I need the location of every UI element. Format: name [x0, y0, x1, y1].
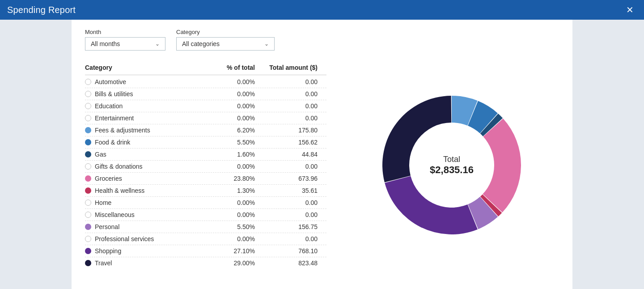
amt-cell: 0.00	[255, 90, 318, 98]
table-row: Personal5.50%156.75	[85, 221, 326, 233]
spending-report-window: Spending Report ✕ Month All months ⌄ Cat…	[0, 0, 644, 289]
category-cell: Health & wellness	[85, 187, 201, 194]
pct-cell: 1.30%	[201, 187, 255, 194]
category-dot	[85, 224, 91, 230]
table-header: Category % of total Total amount ($)	[85, 61, 326, 75]
pct-cell: 29.00%	[201, 259, 255, 267]
pct-cell: 0.00%	[201, 78, 255, 85]
amt-cell: 768.10	[255, 247, 318, 255]
donut-segment	[483, 119, 521, 212]
category-cell: Groceries	[85, 175, 201, 182]
category-name: Food & drink	[95, 139, 130, 146]
right-sidebar	[572, 20, 644, 289]
category-name: Gas	[95, 151, 106, 158]
category-dot-empty	[85, 115, 91, 121]
table-row: Bills & utilities0.00%0.00	[85, 88, 326, 100]
table-row: Automotive0.00%0.00	[85, 76, 326, 88]
category-dot-empty	[85, 236, 91, 242]
category-dot-empty	[85, 163, 91, 170]
month-dropdown[interactable]: All months ⌄	[85, 37, 165, 51]
category-dot	[85, 175, 91, 182]
table-row: Entertainment0.00%0.00	[85, 112, 326, 124]
amt-cell: 823.48	[255, 259, 318, 267]
category-name: Automotive	[95, 78, 126, 85]
category-name: Professional services	[95, 235, 154, 242]
month-value: All months	[91, 40, 120, 47]
pct-cell: 0.00%	[201, 115, 255, 122]
pct-cell: 0.00%	[201, 199, 255, 206]
content-area: Month All months ⌄ Category All categori…	[0, 20, 644, 289]
table-row: Travel29.00%823.48	[85, 257, 326, 269]
category-dropdown[interactable]: All categories ⌄	[176, 37, 275, 51]
category-chevron-icon: ⌄	[264, 41, 269, 47]
donut-label: Total	[430, 155, 474, 164]
col-amt: Total amount ($)	[255, 64, 318, 71]
table-row: Groceries23.80%673.96	[85, 173, 326, 185]
category-filter-group: Category All categories ⌄	[176, 29, 275, 51]
category-cell: Gifts & donations	[85, 163, 201, 170]
amt-cell: 44.84	[255, 151, 318, 158]
close-button[interactable]: ✕	[623, 3, 637, 17]
category-cell: Gas	[85, 151, 201, 158]
table-row: Food & drink5.50%156.62	[85, 136, 326, 149]
table-row: Gas1.60%44.84	[85, 149, 326, 161]
amt-cell: 156.75	[255, 223, 318, 230]
category-cell: Miscellaneous	[85, 211, 201, 218]
category-dot-empty	[85, 79, 91, 85]
category-cell: Entertainment	[85, 115, 201, 122]
month-filter-group: Month All months ⌄	[85, 29, 165, 51]
category-cell: Automotive	[85, 78, 201, 85]
donut-chart: Total $2,835.16	[376, 89, 528, 241]
category-name: Gifts & donations	[95, 163, 143, 170]
main-content: Month All months ⌄ Category All categori…	[72, 20, 572, 289]
category-name: Personal	[95, 223, 119, 230]
category-cell: Professional services	[85, 235, 201, 242]
donut-segment	[385, 176, 478, 234]
amt-cell: 673.96	[255, 175, 318, 182]
category-dot	[85, 151, 91, 157]
donut-center: Total $2,835.16	[430, 155, 474, 176]
month-filter-label: Month	[85, 29, 165, 35]
category-name: Miscellaneous	[95, 211, 135, 218]
amt-cell: 0.00	[255, 163, 318, 170]
category-name: Travel	[95, 259, 112, 267]
pct-cell: 0.00%	[201, 235, 255, 242]
pct-cell: 0.00%	[201, 211, 255, 218]
amt-cell: 0.00	[255, 102, 318, 110]
col-pct: % of total	[201, 64, 255, 71]
category-dot-empty	[85, 212, 91, 218]
table-row: Shopping27.10%768.10	[85, 245, 326, 257]
amt-cell: 35.61	[255, 187, 318, 194]
pct-cell: 23.80%	[201, 175, 255, 182]
amt-cell: 0.00	[255, 115, 318, 122]
pct-cell: 5.50%	[201, 223, 255, 230]
pct-cell: 0.00%	[201, 163, 255, 170]
category-dot	[85, 139, 91, 145]
pct-cell: 0.00%	[201, 90, 255, 98]
pct-cell: 1.60%	[201, 151, 255, 158]
pct-cell: 5.50%	[201, 139, 255, 146]
table-row: Education0.00%0.00	[85, 100, 326, 112]
chart-section: Total $2,835.16	[344, 61, 559, 269]
table-row: Gifts & donations0.00%0.00	[85, 161, 326, 173]
category-cell: Home	[85, 199, 201, 206]
report-body: Category % of total Total amount ($) Aut…	[85, 61, 559, 269]
table-row: Miscellaneous0.00%0.00	[85, 209, 326, 221]
category-cell: Food & drink	[85, 139, 201, 146]
category-cell: Personal	[85, 223, 201, 230]
filters-row: Month All months ⌄ Category All categori…	[85, 29, 559, 51]
category-dot-empty	[85, 200, 91, 206]
left-sidebar	[0, 20, 72, 289]
window-title: Spending Report	[7, 5, 76, 15]
spending-table: Category % of total Total amount ($) Aut…	[85, 61, 326, 269]
table-row: Professional services0.00%0.00	[85, 233, 326, 245]
table-row: Health & wellness1.30%35.61	[85, 185, 326, 197]
category-name: Health & wellness	[95, 187, 144, 194]
pct-cell: 27.10%	[201, 247, 255, 255]
category-cell: Travel	[85, 259, 201, 267]
category-dot	[85, 127, 91, 133]
category-value: All categories	[182, 40, 220, 47]
amt-cell: 175.80	[255, 127, 318, 134]
category-dot-empty	[85, 91, 91, 97]
category-name: Entertainment	[95, 115, 134, 122]
